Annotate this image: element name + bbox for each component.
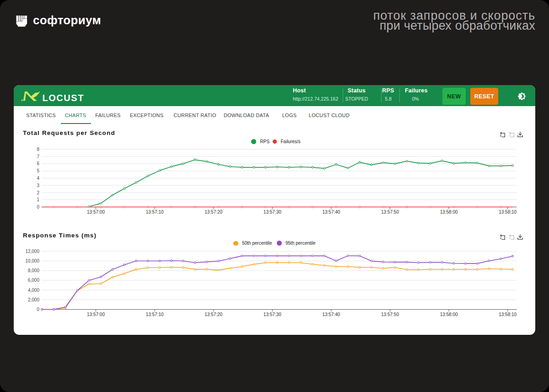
svg-text:13:57:00: 13:57:00 (87, 312, 105, 317)
svg-text:12,000: 12,000 (25, 249, 39, 254)
svg-text:6: 6 (37, 161, 39, 166)
svg-text:13:57:30: 13:57:30 (264, 209, 281, 215)
svg-text:13:57:00: 13:57:00 (87, 209, 105, 215)
svg-text:13:57:40: 13:57:40 (322, 312, 340, 317)
svg-text:3: 3 (37, 183, 39, 188)
svg-text:2,000: 2,000 (28, 297, 39, 302)
svg-text:5: 5 (37, 168, 39, 173)
svg-text:13:57:10: 13:57:10 (146, 312, 164, 317)
svg-text:10,000: 10,000 (25, 258, 39, 263)
svg-text:13:57:20: 13:57:20 (205, 209, 222, 215)
svg-text:13:57:50: 13:57:50 (381, 312, 399, 317)
svg-text:13:58:10: 13:58:10 (499, 209, 517, 215)
svg-text:13:57:40: 13:57:40 (322, 209, 340, 215)
svg-text:8,000: 8,000 (28, 268, 39, 273)
svg-text:13:58:10: 13:58:10 (499, 312, 517, 317)
svg-text:13:58:00: 13:58:00 (440, 209, 458, 215)
svg-text:13:57:20: 13:57:20 (205, 312, 222, 317)
svg-text:13:57:50: 13:57:50 (381, 209, 399, 215)
svg-text:4: 4 (37, 176, 39, 181)
svg-text:1: 1 (37, 197, 39, 202)
svg-text:13:57:10: 13:57:10 (146, 209, 164, 215)
svg-text:2: 2 (37, 190, 39, 195)
svg-text:0: 0 (37, 204, 39, 209)
svg-text:4,000: 4,000 (28, 288, 39, 293)
svg-text:7: 7 (37, 154, 39, 159)
svg-text:8: 8 (37, 147, 39, 152)
svg-text:0: 0 (37, 307, 39, 312)
svg-text:13:58:00: 13:58:00 (440, 312, 458, 317)
svg-text:6,000: 6,000 (28, 278, 39, 283)
svg-text:13:57:30: 13:57:30 (264, 312, 281, 317)
